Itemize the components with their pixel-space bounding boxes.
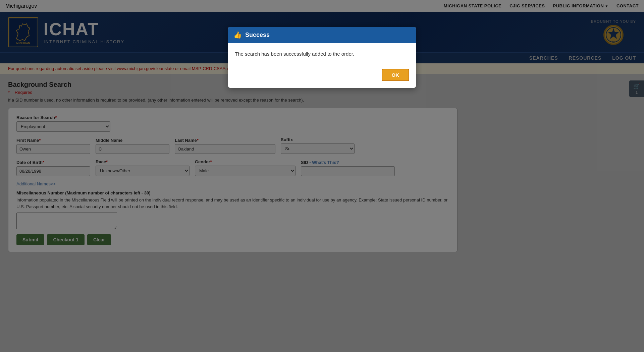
modal-header: 👍 Success (228, 27, 416, 43)
modal-message: The search has been successfully added t… (235, 51, 409, 57)
modal-footer: OK (228, 65, 416, 88)
thumbs-up-icon: 👍 (233, 31, 242, 39)
success-modal: 👍 Success The search has been successful… (228, 27, 416, 88)
modal-body: The search has been successfully added t… (228, 43, 416, 65)
modal-ok-button[interactable]: OK (382, 69, 410, 81)
modal-overlay: 👍 Success The search has been successful… (0, 0, 644, 259)
modal-title: Success (245, 32, 270, 39)
